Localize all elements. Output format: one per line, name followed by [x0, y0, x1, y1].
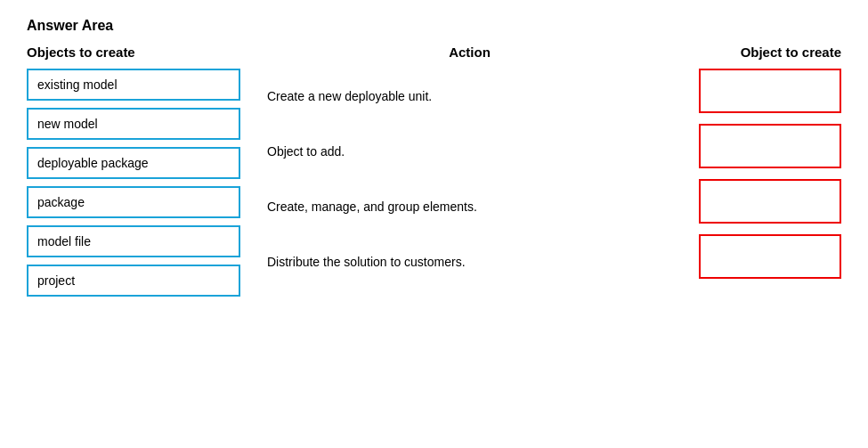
objects-to-create-header: Objects to create	[27, 45, 240, 60]
answer-area: Answer Area Objects to create existing m…	[27, 18, 841, 304]
answer-box[interactable]	[699, 179, 841, 224]
object-to-create-header: Object to create	[699, 45, 841, 60]
answer-box[interactable]	[699, 69, 841, 113]
answer-box[interactable]	[699, 234, 841, 279]
list-item[interactable]: model file	[27, 225, 240, 257]
left-column: Objects to create existing model new mod…	[27, 45, 240, 304]
answer-area-title: Answer Area	[27, 18, 841, 34]
list-item[interactable]: package	[27, 186, 240, 218]
right-column: Object to create	[699, 45, 841, 289]
middle-column: Action Create a new deployable unit. Obj…	[240, 45, 699, 289]
list-item[interactable]: existing model	[27, 69, 240, 101]
action-header: Action	[267, 45, 672, 60]
action-item: Create a new deployable unit.	[267, 69, 672, 124]
action-item: Object to add.	[267, 124, 672, 179]
answer-box[interactable]	[699, 124, 841, 168]
list-item[interactable]: deployable package	[27, 147, 240, 179]
list-item[interactable]: new model	[27, 108, 240, 140]
list-item[interactable]: project	[27, 265, 240, 297]
action-item: Distribute the solution to customers.	[267, 234, 672, 289]
main-layout: Objects to create existing model new mod…	[27, 45, 841, 304]
action-item: Create, manage, and group elements.	[267, 179, 672, 234]
